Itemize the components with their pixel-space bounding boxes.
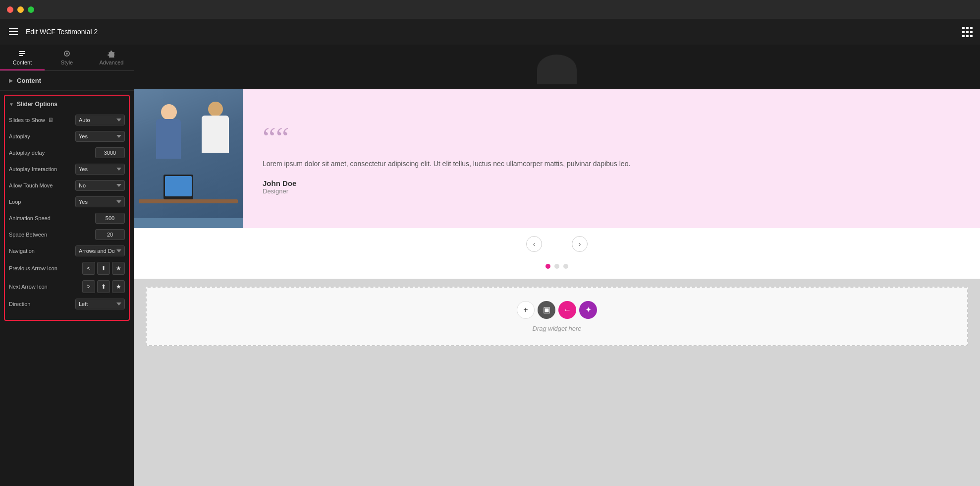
page-title: Edit WCF Testimonial 2 [26,28,954,36]
slides-to-show-select[interactable]: Auto 1 2 3 [75,115,125,125]
navigation-row: Navigation Arrows and Dots Arrows Dots N… [9,245,125,256]
allow-touch-move-row: Allow Touch Move No Yes [9,180,125,191]
next-arrow[interactable]: › [572,236,588,252]
sidebar-content: ▶ Content ▼ Slider Options Slides to Sho… [0,71,134,325]
prev-arrow-btn[interactable]: < [82,262,95,275]
autoplay-delay-row: Autoplay delay [9,147,125,158]
person1-head [161,104,177,120]
widget-action-buttons: + ▣ ← ✦ [517,301,597,319]
direction-select[interactable]: Left Right [75,299,125,309]
loop-select[interactable]: Yes No [75,196,125,207]
testimonial-image [134,89,243,228]
grid-icon[interactable] [962,27,971,37]
autoplay-interaction-label: Autoplay Interaction [9,166,72,172]
direction-label: Direction [9,301,72,307]
main-canvas: ““ Lorem ipsum dolor sit amet, consectet… [134,45,980,486]
space-between-input[interactable] [95,229,125,240]
person2-head [208,102,223,117]
svg-point-1 [66,53,68,55]
monitor-icon: 🖥 [48,117,54,123]
desk [139,199,238,203]
space-between-label: Space Between [9,232,92,238]
hamburger-menu[interactable] [9,28,18,35]
loop-row: Loop Yes No [9,196,125,207]
dot-2[interactable] [554,264,559,269]
prev-arrow-icon-label: Previous Arrow Icon [9,265,79,271]
move-widget-button[interactable]: ✦ [579,301,597,319]
desk-monitor [163,175,193,199]
testimonial-content: ““ Lorem ipsum dolor sit amet, consectet… [243,89,980,228]
person2-body [202,116,229,153]
loop-label: Loop [9,199,72,205]
tab-style[interactable]: Style [45,45,89,70]
prev-arrow-upload-btn[interactable]: ⬆ [97,262,110,275]
quote-text: Lorem ipsum dolor sit amet, consectetur … [263,158,960,170]
close-button[interactable] [7,6,13,13]
section-chevron: ▶ [9,78,13,83]
prev-arrow-icon-group: < ⬆ ★ [82,262,125,275]
autoplay-delay-label: Autoplay delay [9,150,92,156]
prev-arrow[interactable]: ‹ [526,236,542,252]
tab-style-label: Style [61,60,73,65]
add-widget-button[interactable]: + [517,301,535,319]
dot-1[interactable] [545,264,550,269]
slider-options-chevron: ▼ [9,102,14,107]
testimonial-area: ““ Lorem ipsum dolor sit amet, consectet… [134,89,980,279]
testimonial-card: ““ Lorem ipsum dolor sit amet, consectet… [134,89,980,228]
navigation-label: Navigation [9,248,72,254]
app-wrapper: Edit WCF Testimonial 2 Content Style [0,19,980,486]
autoplay-interaction-row: Autoplay Interaction Yes No [9,164,125,175]
author-name: John Doe [263,179,960,187]
slider-options-label: Slider Options [17,101,57,108]
animation-speed-label: Animation Speed [9,215,92,221]
tab-content[interactable]: Content [0,45,45,70]
top-bar: Edit WCF Testimonial 2 [0,19,980,45]
prev-arrow-star-btn[interactable]: ★ [112,262,125,275]
canvas-dark-section [134,45,980,89]
autoplay-row: Autoplay Yes No [9,131,125,142]
direction-row: Direction Left Right [9,299,125,309]
slider-options-title[interactable]: ▼ Slider Options [9,101,125,108]
slider-options-panel: ▼ Slider Options Slides to Show 🖥 Auto 1… [4,95,130,321]
monitor-screen [165,176,192,196]
autoplay-select[interactable]: Yes No [75,131,125,142]
folder-widget-button[interactable]: ▣ [538,301,555,319]
animation-speed-row: Animation Speed [9,213,125,224]
fullscreen-button[interactable] [28,6,34,13]
next-arrow-btn[interactable]: > [82,280,95,293]
next-arrow-icon-group: > ⬆ ★ [82,280,125,293]
space-between-row: Space Between [9,229,125,240]
slider-nav: ‹ › [134,228,980,260]
slider-dots [134,260,980,279]
content-section-header[interactable]: ▶ Content [0,71,134,91]
slides-to-show-row: Slides to Show 🖥 Auto 1 2 3 [9,115,125,125]
autoplay-delay-input[interactable] [95,147,125,158]
slides-to-show-label: Slides to Show 🖥 [9,117,72,123]
sidebar: Content Style Advanced ▶ Content [0,45,134,486]
drag-widget-label: Drag widget here [533,325,582,332]
sidebar-tabs: Content Style Advanced [0,45,134,71]
next-arrow-upload-btn[interactable]: ⬆ [97,280,110,293]
author-role: Designer [263,187,960,195]
next-arrow-star-btn[interactable]: ★ [112,280,125,293]
autoplay-interaction-select[interactable]: Yes No [75,164,125,175]
back-widget-button[interactable]: ← [558,301,576,319]
drag-widget-area[interactable]: + ▣ ← ✦ Drag widget here [146,287,968,346]
autoplay-label: Autoplay [9,133,72,139]
next-arrow-icon-row: Next Arrow Icon > ⬆ ★ [9,280,125,293]
window-chrome [0,0,980,19]
next-arrow-icon-label: Next Arrow Icon [9,284,79,290]
allow-touch-move-label: Allow Touch Move [9,182,72,188]
allow-touch-move-select[interactable]: No Yes [75,180,125,191]
navigation-select[interactable]: Arrows and Dots Arrows Dots None [75,245,125,256]
quote-mark: ““ [263,122,960,152]
content-section-label: Content [17,77,41,84]
dot-3[interactable] [563,264,568,269]
minimize-button[interactable] [17,6,24,13]
testimonial-photo [134,89,243,218]
content-area: Content Style Advanced ▶ Content [0,45,980,486]
tab-advanced[interactable]: Advanced [89,45,134,70]
tab-advanced-label: Advanced [100,60,124,65]
animation-speed-input[interactable] [95,213,125,224]
prev-arrow-icon-row: Previous Arrow Icon < ⬆ ★ [9,262,125,275]
